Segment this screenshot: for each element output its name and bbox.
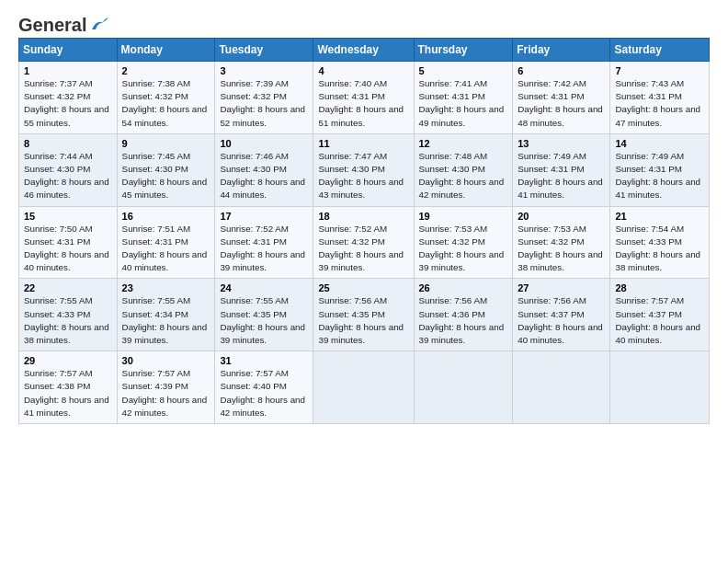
calendar-cell: 16 Sunrise: 7:51 AM Sunset: 4:31 PM Dayl… — [117, 206, 215, 279]
calendar-cell — [313, 351, 414, 424]
calendar-cell: 24 Sunrise: 7:55 AM Sunset: 4:35 PM Dayl… — [215, 279, 313, 351]
day-number: 5 — [419, 65, 508, 76]
calendar-week-row: 1 Sunrise: 7:37 AM Sunset: 4:32 PM Dayli… — [19, 62, 710, 134]
day-number: 22 — [24, 282, 112, 293]
day-info: Sunrise: 7:57 AM Sunset: 4:40 PM Dayligh… — [220, 368, 305, 418]
calendar-cell: 31 Sunrise: 7:57 AM Sunset: 4:40 PM Dayl… — [215, 351, 313, 424]
day-info: Sunrise: 7:38 AM Sunset: 4:32 PM Dayligh… — [122, 78, 208, 128]
calendar-week-row: 15 Sunrise: 7:50 AM Sunset: 4:31 PM Dayl… — [19, 206, 710, 279]
calendar-cell — [513, 351, 610, 424]
calendar-cell: 14 Sunrise: 7:49 AM Sunset: 4:31 PM Dayl… — [610, 133, 710, 206]
day-number: 20 — [518, 211, 605, 222]
calendar-cell: 19 Sunrise: 7:53 AM Sunset: 4:32 PM Dayl… — [414, 206, 513, 279]
day-number: 18 — [318, 211, 408, 222]
day-info: Sunrise: 7:55 AM Sunset: 4:35 PM Dayligh… — [220, 295, 305, 345]
day-info: Sunrise: 7:55 AM Sunset: 4:34 PM Dayligh… — [122, 295, 208, 345]
day-number: 17 — [220, 211, 308, 222]
logo: General — [18, 15, 108, 32]
day-number: 11 — [318, 138, 408, 149]
calendar-cell: 15 Sunrise: 7:50 AM Sunset: 4:31 PM Dayl… — [19, 206, 118, 279]
calendar: SundayMondayTuesdayWednesdayThursdayFrid… — [18, 38, 710, 424]
calendar-header-row: SundayMondayTuesdayWednesdayThursdayFrid… — [19, 39, 710, 62]
day-info: Sunrise: 7:49 AM Sunset: 4:31 PM Dayligh… — [615, 151, 700, 201]
day-info: Sunrise: 7:57 AM Sunset: 4:39 PM Dayligh… — [122, 368, 208, 418]
calendar-week-row: 22 Sunrise: 7:55 AM Sunset: 4:33 PM Dayl… — [19, 279, 710, 351]
calendar-week-row: 8 Sunrise: 7:44 AM Sunset: 4:30 PM Dayli… — [19, 133, 710, 206]
calendar-cell: 18 Sunrise: 7:52 AM Sunset: 4:32 PM Dayl… — [313, 206, 414, 279]
day-number: 14 — [615, 138, 704, 149]
calendar-cell: 17 Sunrise: 7:52 AM Sunset: 4:31 PM Dayl… — [215, 206, 313, 279]
column-header-saturday: Saturday — [610, 39, 710, 62]
day-info: Sunrise: 7:52 AM Sunset: 4:32 PM Dayligh… — [318, 224, 404, 273]
calendar-cell: 25 Sunrise: 7:56 AM Sunset: 4:35 PM Dayl… — [313, 279, 414, 351]
calendar-cell: 29 Sunrise: 7:57 AM Sunset: 4:38 PM Dayl… — [19, 351, 118, 424]
day-number: 7 — [615, 65, 704, 76]
day-number: 19 — [419, 211, 508, 222]
day-number: 24 — [220, 282, 308, 293]
calendar-cell: 7 Sunrise: 7:43 AM Sunset: 4:31 PM Dayli… — [610, 62, 710, 134]
day-number: 6 — [518, 65, 605, 76]
day-info: Sunrise: 7:43 AM Sunset: 4:31 PM Dayligh… — [615, 78, 700, 128]
day-info: Sunrise: 7:49 AM Sunset: 4:31 PM Dayligh… — [518, 151, 603, 201]
day-info: Sunrise: 7:45 AM Sunset: 4:30 PM Dayligh… — [122, 151, 208, 201]
day-info: Sunrise: 7:51 AM Sunset: 4:31 PM Dayligh… — [122, 224, 208, 273]
day-info: Sunrise: 7:46 AM Sunset: 4:30 PM Dayligh… — [220, 151, 305, 201]
day-info: Sunrise: 7:40 AM Sunset: 4:31 PM Dayligh… — [318, 78, 404, 128]
day-number: 26 — [419, 282, 508, 293]
calendar-cell: 10 Sunrise: 7:46 AM Sunset: 4:30 PM Dayl… — [215, 133, 313, 206]
calendar-cell: 27 Sunrise: 7:56 AM Sunset: 4:37 PM Dayl… — [513, 279, 610, 351]
calendar-cell: 30 Sunrise: 7:57 AM Sunset: 4:39 PM Dayl… — [117, 351, 215, 424]
day-info: Sunrise: 7:55 AM Sunset: 4:33 PM Dayligh… — [24, 295, 109, 345]
day-number: 3 — [220, 65, 308, 76]
day-info: Sunrise: 7:48 AM Sunset: 4:30 PM Dayligh… — [419, 151, 505, 201]
day-info: Sunrise: 7:57 AM Sunset: 4:38 PM Dayligh… — [24, 368, 109, 418]
calendar-cell: 11 Sunrise: 7:47 AM Sunset: 4:30 PM Dayl… — [313, 133, 414, 206]
column-header-monday: Monday — [117, 39, 215, 62]
day-number: 13 — [518, 138, 605, 149]
day-number: 21 — [615, 211, 704, 222]
day-number: 16 — [122, 211, 210, 222]
header: General — [18, 15, 710, 32]
day-number: 31 — [220, 355, 308, 366]
calendar-week-row: 29 Sunrise: 7:57 AM Sunset: 4:38 PM Dayl… — [19, 351, 710, 424]
day-number: 23 — [122, 282, 210, 293]
day-info: Sunrise: 7:54 AM Sunset: 4:33 PM Dayligh… — [615, 224, 700, 273]
day-number: 1 — [24, 65, 112, 76]
calendar-cell — [610, 351, 710, 424]
day-number: 2 — [122, 65, 210, 76]
logo-bird-icon — [88, 17, 108, 33]
column-header-sunday: Sunday — [19, 39, 118, 62]
logo-general: General — [18, 15, 86, 36]
calendar-cell: 20 Sunrise: 7:53 AM Sunset: 4:32 PM Dayl… — [513, 206, 610, 279]
calendar-cell: 28 Sunrise: 7:57 AM Sunset: 4:37 PM Dayl… — [610, 279, 710, 351]
calendar-cell: 22 Sunrise: 7:55 AM Sunset: 4:33 PM Dayl… — [19, 279, 118, 351]
page: General SundayMondayTuesdayWednesdayThur… — [0, 0, 728, 563]
day-info: Sunrise: 7:37 AM Sunset: 4:32 PM Dayligh… — [24, 78, 109, 128]
day-info: Sunrise: 7:56 AM Sunset: 4:37 PM Dayligh… — [518, 295, 603, 345]
day-number: 28 — [615, 282, 704, 293]
day-info: Sunrise: 7:52 AM Sunset: 4:31 PM Dayligh… — [220, 224, 305, 273]
calendar-cell: 1 Sunrise: 7:37 AM Sunset: 4:32 PM Dayli… — [19, 62, 118, 134]
day-number: 10 — [220, 138, 308, 149]
day-number: 15 — [24, 211, 112, 222]
day-number: 8 — [24, 138, 112, 149]
day-number: 25 — [318, 282, 408, 293]
calendar-cell: 23 Sunrise: 7:55 AM Sunset: 4:34 PM Dayl… — [117, 279, 215, 351]
day-info: Sunrise: 7:44 AM Sunset: 4:30 PM Dayligh… — [24, 151, 109, 201]
calendar-cell: 13 Sunrise: 7:49 AM Sunset: 4:31 PM Dayl… — [513, 133, 610, 206]
calendar-cell: 5 Sunrise: 7:41 AM Sunset: 4:31 PM Dayli… — [414, 62, 513, 134]
day-number: 29 — [24, 355, 112, 366]
column-header-thursday: Thursday — [414, 39, 513, 62]
day-info: Sunrise: 7:47 AM Sunset: 4:30 PM Dayligh… — [318, 151, 404, 201]
column-header-wednesday: Wednesday — [313, 39, 414, 62]
day-info: Sunrise: 7:56 AM Sunset: 4:36 PM Dayligh… — [419, 295, 505, 345]
calendar-cell — [414, 351, 513, 424]
calendar-cell: 3 Sunrise: 7:39 AM Sunset: 4:32 PM Dayli… — [215, 62, 313, 134]
day-number: 30 — [122, 355, 210, 366]
calendar-cell: 12 Sunrise: 7:48 AM Sunset: 4:30 PM Dayl… — [414, 133, 513, 206]
day-number: 9 — [122, 138, 210, 149]
day-number: 12 — [419, 138, 508, 149]
calendar-cell: 8 Sunrise: 7:44 AM Sunset: 4:30 PM Dayli… — [19, 133, 118, 206]
day-info: Sunrise: 7:42 AM Sunset: 4:31 PM Dayligh… — [518, 78, 603, 128]
calendar-cell: 26 Sunrise: 7:56 AM Sunset: 4:36 PM Dayl… — [414, 279, 513, 351]
